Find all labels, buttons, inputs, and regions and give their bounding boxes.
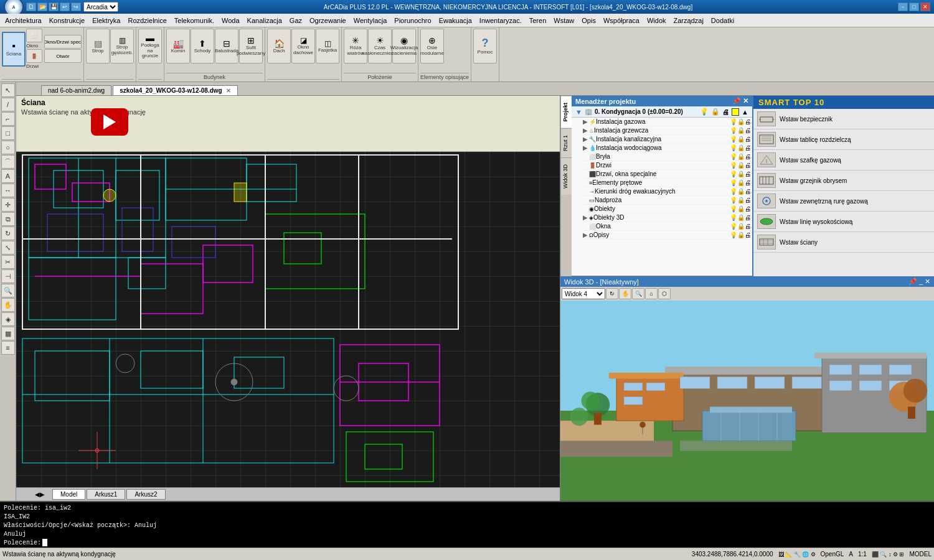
undo-btn[interactable]: ↩ bbox=[60, 2, 70, 11]
arkusz1-tab[interactable]: Arkusz1 bbox=[87, 489, 125, 500]
panel-tab-widok3d[interactable]: Widok 3D bbox=[561, 157, 572, 195]
model-tab[interactable]: Model bbox=[52, 489, 85, 500]
pm-item-drzwi[interactable]: 🚪 Drzwi 💡 🔒 🖨 bbox=[582, 161, 752, 170]
view3d-iso-btn[interactable]: ⬡ bbox=[658, 288, 671, 299]
panel-tab-rzut1[interactable]: Rzut 1 bbox=[561, 128, 572, 157]
menu-kanalizacja[interactable]: Kanalizacja bbox=[243, 16, 286, 26]
pm-kondygnacja-header[interactable]: ▼ 🏢 0. Kondygnacja 0 (±0.00=0.20) 💡 🔒 🖨 … bbox=[572, 106, 752, 118]
tool-move[interactable]: ✛ bbox=[1, 198, 15, 212]
help-button[interactable]: ? Pomoc bbox=[473, 29, 497, 63]
menu-elektryka[interactable]: Elektryka bbox=[88, 16, 124, 26]
maximize-btn[interactable]: □ bbox=[909, 2, 919, 11]
tool-rect[interactable]: □ bbox=[1, 126, 15, 140]
window-button[interactable]: ⬜ bbox=[26, 29, 42, 42]
pm-item-obiekty[interactable]: ◉ Obiekty 💡 🔒 🖨 bbox=[582, 205, 752, 213]
menu-architektura[interactable]: Architektura bbox=[1, 16, 45, 26]
tool-snap[interactable]: ◈ bbox=[1, 312, 15, 326]
open-btn[interactable]: 📂 bbox=[37, 2, 47, 11]
menu-wspolpraca[interactable]: Współpraca bbox=[600, 16, 643, 26]
arkusz2-tab[interactable]: Arkusz2 bbox=[126, 489, 165, 500]
menu-opis[interactable]: Opis bbox=[578, 16, 600, 26]
blueprint-drawing[interactable] bbox=[16, 152, 560, 501]
view-selector[interactable]: Widok 4 bbox=[562, 288, 605, 299]
menu-telekomunik[interactable]: Telekomunik. bbox=[171, 16, 218, 26]
tab2-close-btn[interactable]: ✕ bbox=[226, 88, 231, 94]
strop-gestozebrowy-button[interactable]: ▥ Stropgęstozeb. bbox=[110, 29, 134, 63]
menu-zarzadzaj[interactable]: Zarządzaj bbox=[670, 16, 707, 26]
pm-item-drzwi-okna-specjalne[interactable]: ⬛ Drzwi, okna specjalne 💡 🔒 🖨 bbox=[582, 170, 752, 179]
pm-item-kierunki[interactable]: → Kierunki dróg ewakuacyjnych 💡 🔒 🖨 bbox=[582, 187, 752, 196]
tool-hatch[interactable]: ▦ bbox=[1, 327, 15, 340]
view3d-min-btn[interactable]: _ bbox=[919, 278, 923, 286]
menu-ewakuacja[interactable]: Ewakuacja bbox=[435, 16, 476, 26]
save-btn[interactable]: 💾 bbox=[49, 2, 59, 11]
tool-select[interactable]: ↖ bbox=[1, 83, 15, 97]
pm-close-btn[interactable]: ✕ bbox=[743, 97, 748, 105]
pm-item-bryla[interactable]: ⬜ Bryła 💡 🔒 🖨 bbox=[582, 152, 752, 161]
tool-rotate[interactable]: ↻ bbox=[1, 226, 15, 240]
pm-item-nadroza[interactable]: ▭ Nadproża 💡 🔒 🖨 bbox=[582, 196, 752, 205]
menu-ogrzewanie[interactable]: Ogrzewanie bbox=[306, 16, 350, 26]
menu-gaz[interactable]: Gaz bbox=[286, 16, 306, 26]
close-btn[interactable]: ✕ bbox=[920, 2, 930, 11]
wall-button[interactable]: ▪ Ściana bbox=[2, 32, 26, 67]
special-door-button[interactable]: Okno/Drzwi spec. bbox=[44, 35, 82, 49]
tool-arc[interactable]: ⌒ bbox=[1, 155, 15, 169]
tool-scale[interactable]: ⤡ bbox=[1, 241, 15, 254]
drawing-canvas[interactable]: Ściana Wstawia ścianę na aktywną kondygn… bbox=[16, 96, 560, 501]
view3d-orbit-btn[interactable]: ↻ bbox=[606, 288, 618, 299]
tool-trim[interactable]: ✂ bbox=[1, 255, 15, 269]
pm-item-instalacja-kanalizacyjna[interactable]: ▶ 🔧 Instalacja kanalizacyjna 💡 🔒 🖨 bbox=[582, 135, 752, 144]
pm-item-opisy[interactable]: ▶ Ω Opisy 💡 🔒 🖨 bbox=[582, 231, 752, 240]
tool-pan[interactable]: ✋ bbox=[1, 298, 15, 312]
pm-item-instalacja-wodociagowa[interactable]: ▶ 💧 Instalacja wodociągowa 💡 🔒 🖨 bbox=[582, 144, 752, 152]
view3d-pan-btn[interactable]: ✋ bbox=[619, 288, 631, 299]
czas-button[interactable]: ☀ Czasnasłonecznienia bbox=[368, 29, 392, 63]
pm-item-elementy-pretowe[interactable]: ≡ Elementy prętowe 💡 🔒 🖨 bbox=[582, 179, 752, 187]
smart-item-grzejnik[interactable]: Wstaw grzejnik obrysem bbox=[753, 170, 934, 191]
pm-item-instalacja-grzewcza[interactable]: ▶ ♨ Instalacja grzewcza 💡 🔒 🖨 bbox=[582, 126, 752, 135]
podloga-button[interactable]: ▬ Podłogana gruncie bbox=[138, 29, 162, 63]
workspace-selector[interactable]: Arcadia bbox=[83, 2, 118, 12]
pm-pin-btn[interactable]: 📌 bbox=[732, 97, 741, 105]
pm-item-okna[interactable]: ⬜ Okna 💡 🔒 🖨 bbox=[582, 222, 752, 231]
osie-button[interactable]: ⊕ Osiemodularne bbox=[420, 29, 444, 63]
menu-dodatki[interactable]: Dodatki bbox=[707, 16, 738, 26]
minimize-btn[interactable]: − bbox=[898, 2, 908, 11]
pm-item-obiekty3d[interactable]: ▶ ◈ Obiekty 3D 💡 🔒 🖨 bbox=[582, 213, 752, 222]
project-manager-content[interactable]: ▼ 🏢 0. Kondygnacja 0 (±0.00=0.20) 💡 🔒 🖨 … bbox=[572, 106, 752, 276]
smart-item-szafka-gazowa[interactable]: Wstaw szafkę gazową bbox=[753, 150, 934, 170]
dach-button[interactable]: 🏠 Dach bbox=[267, 29, 291, 63]
smart-item-rura-gazowa[interactable]: Wstaw zewnętrzną rurę gazową bbox=[753, 191, 934, 212]
tool-text[interactable]: A bbox=[1, 169, 15, 183]
smart-item-sciany[interactable]: Wstaw ściany bbox=[753, 232, 934, 253]
menu-inwentaryzacja[interactable]: Inwentaryzac. bbox=[476, 16, 526, 26]
prev-tab-btn[interactable]: ◀ bbox=[35, 491, 40, 498]
view3d-viewport[interactable] bbox=[560, 301, 934, 501]
menu-konstrukcje[interactable]: Konstrukcje bbox=[45, 16, 88, 26]
pm-item-instalacja-gazowa[interactable]: ▶ ⚡ Instalacja gazowa 💡 🔒 🖨 bbox=[582, 118, 752, 126]
smart-item-bezpiecznik[interactable]: Wstaw bezpiecznik bbox=[753, 109, 934, 129]
redo-btn[interactable]: ↪ bbox=[71, 2, 81, 11]
strop-button[interactable]: ▤ Strop bbox=[86, 29, 110, 63]
menu-woda[interactable]: Woda bbox=[218, 16, 243, 26]
view3d-zoom-btn[interactable]: 🔍 bbox=[632, 288, 644, 299]
view3d-pin-btn[interactable]: 📌 bbox=[908, 278, 917, 286]
tool-circle[interactable]: ○ bbox=[1, 141, 15, 154]
view3d-close-btn[interactable]: ✕ bbox=[925, 278, 930, 286]
menu-wentylacja[interactable]: Wentylacja bbox=[350, 16, 391, 26]
tab-2[interactable]: szkola4_20_WKOG-03-w12-08.dwg ✕ bbox=[113, 85, 238, 95]
wizualizacja-button[interactable]: ◉ Wizualizacjazacienienia bbox=[392, 29, 416, 63]
komin-button[interactable]: 🏭 Komin bbox=[166, 29, 190, 63]
fasjetka-button[interactable]: ◫ Fasjetka bbox=[316, 29, 339, 63]
tool-copy[interactable]: ⧉ bbox=[1, 212, 15, 226]
menu-rozdzielnice[interactable]: Rozdzielnice bbox=[124, 16, 170, 26]
tool-zoom-in[interactable]: 🔍 bbox=[1, 284, 15, 297]
tool-line[interactable]: / bbox=[1, 98, 15, 111]
menu-teren[interactable]: Teren bbox=[526, 16, 550, 26]
tool-extend[interactable]: ⊣ bbox=[1, 269, 15, 283]
menu-wstaw[interactable]: Wstaw bbox=[550, 16, 578, 26]
tool-layer[interactable]: ≡ bbox=[1, 341, 15, 355]
sufit-button[interactable]: ⊞ Sufitpodwieszany bbox=[239, 29, 263, 63]
door-button[interactable]: 🚪 bbox=[26, 49, 42, 63]
